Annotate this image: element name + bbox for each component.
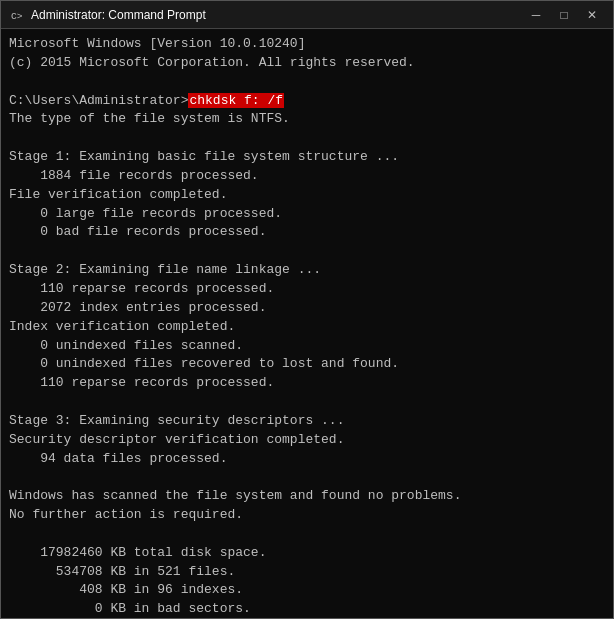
line-26: No further action is required. <box>9 506 605 525</box>
line-14: 110 reparse records processed. <box>9 280 605 299</box>
line-18: 0 unindexed files recovered to lost and … <box>9 355 605 374</box>
line-19: 110 reparse records processed. <box>9 374 605 393</box>
prompt-line: C:\Users\Administrator>chkdsk f: /f <box>9 92 605 111</box>
line-31: 0 KB in bad sectors. <box>9 600 605 618</box>
window-title: Administrator: Command Prompt <box>31 8 206 22</box>
line-12 <box>9 242 605 261</box>
line-30: 408 KB in 96 indexes. <box>9 581 605 600</box>
line-29: 534708 KB in 521 files. <box>9 563 605 582</box>
title-bar: C> Administrator: Command Prompt ─ □ ✕ <box>1 1 613 29</box>
line-27 <box>9 525 605 544</box>
title-bar-controls: ─ □ ✕ <box>523 5 605 25</box>
line-9: File verification completed. <box>9 186 605 205</box>
prompt-text: C:\Users\Administrator> <box>9 93 188 108</box>
svg-text:C>: C> <box>11 11 23 22</box>
line-22: Security descriptor verification complet… <box>9 431 605 450</box>
line-7: Stage 1: Examining basic file system str… <box>9 148 605 167</box>
line-2: (c) 2015 Microsoft Corporation. All righ… <box>9 54 605 73</box>
title-bar-left: C> Administrator: Command Prompt <box>9 7 206 23</box>
command-text: chkdsk f: /f <box>188 93 284 108</box>
maximize-button[interactable]: □ <box>551 5 577 25</box>
close-button[interactable]: ✕ <box>579 5 605 25</box>
line-11: 0 bad file records processed. <box>9 223 605 242</box>
line-17: 0 unindexed files scanned. <box>9 337 605 356</box>
line-23: 94 data files processed. <box>9 450 605 469</box>
line-6 <box>9 129 605 148</box>
line-5: The type of the file system is NTFS. <box>9 110 605 129</box>
line-25: Windows has scanned the file system and … <box>9 487 605 506</box>
cmd-icon: C> <box>9 7 25 23</box>
line-24 <box>9 468 605 487</box>
line-21: Stage 3: Examining security descriptors … <box>9 412 605 431</box>
line-13: Stage 2: Examining file name linkage ... <box>9 261 605 280</box>
line-16: Index verification completed. <box>9 318 605 337</box>
line-8: 1884 file records processed. <box>9 167 605 186</box>
line-1: Microsoft Windows [Version 10.0.10240] <box>9 35 605 54</box>
terminal-body[interactable]: Microsoft Windows [Version 10.0.10240] (… <box>1 29 613 618</box>
line-28: 17982460 KB total disk space. <box>9 544 605 563</box>
line-20 <box>9 393 605 412</box>
command-prompt-window: C> Administrator: Command Prompt ─ □ ✕ M… <box>0 0 614 619</box>
line-3 <box>9 73 605 92</box>
line-15: 2072 index entries processed. <box>9 299 605 318</box>
line-10: 0 large file records processed. <box>9 205 605 224</box>
minimize-button[interactable]: ─ <box>523 5 549 25</box>
